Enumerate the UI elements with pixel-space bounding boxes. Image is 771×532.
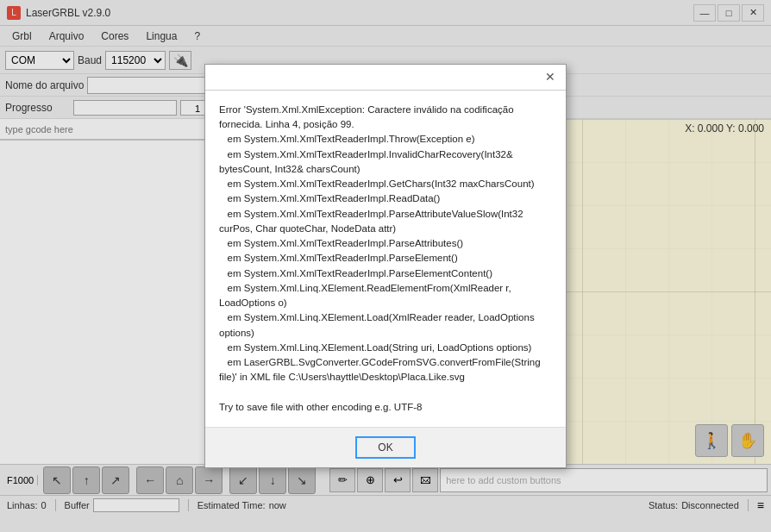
error-dialog: ✕ Error 'System.Xml.XmlException: Caract… bbox=[204, 64, 567, 468]
modal-title-bar: ✕ bbox=[205, 65, 566, 91]
modal-overlay: ✕ Error 'System.Xml.XmlException: Caract… bbox=[0, 0, 771, 532]
ok-button[interactable]: OK bbox=[355, 436, 416, 459]
modal-message: Error 'System.Xml.XmlException: Caracter… bbox=[219, 103, 552, 415]
modal-close-button[interactable]: ✕ bbox=[542, 68, 559, 85]
modal-footer: OK bbox=[205, 427, 566, 467]
modal-body: Error 'System.Xml.XmlException: Caracter… bbox=[205, 91, 566, 427]
